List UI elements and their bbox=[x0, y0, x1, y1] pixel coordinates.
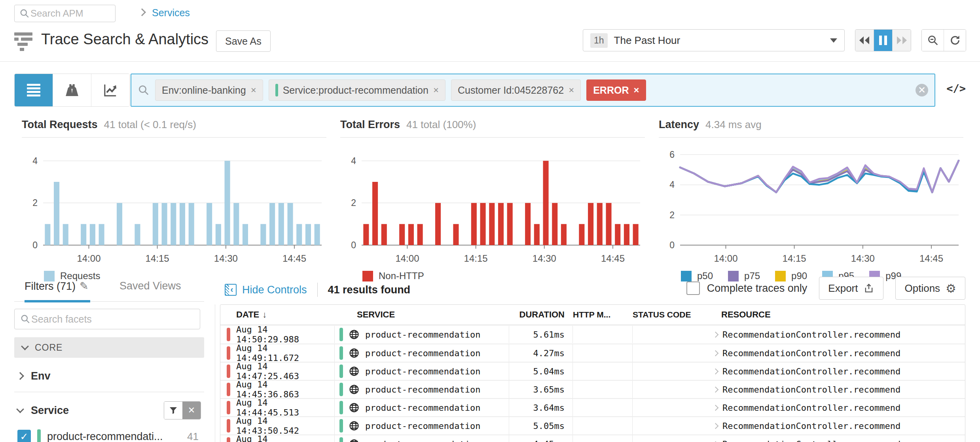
bar-14:27[interactable] bbox=[207, 203, 212, 245]
bar-13:55[interactable] bbox=[381, 224, 387, 245]
table-row[interactable]: Aug 14 14:49:11.672product-recommendatio… bbox=[220, 344, 965, 362]
bar-14:15[interactable] bbox=[471, 203, 477, 245]
column-resource[interactable]: RESOURCE bbox=[708, 310, 965, 320]
bar-14:17[interactable] bbox=[480, 203, 486, 245]
zoom-out-button[interactable] bbox=[922, 30, 944, 51]
export-button[interactable]: Export bbox=[819, 277, 883, 300]
bar-14:03[interactable] bbox=[99, 224, 104, 245]
bar-14:51[interactable] bbox=[633, 224, 639, 245]
list-view-button[interactable] bbox=[15, 74, 53, 106]
bar-14:47[interactable] bbox=[615, 224, 620, 245]
table-row[interactable]: Aug 14 14:50:29.988product-recommendatio… bbox=[220, 325, 965, 344]
tab-filters[interactable]: Filters (71)✎ bbox=[25, 280, 89, 293]
options-button[interactable]: Options ⚙ bbox=[895, 277, 965, 300]
query-filter-pill[interactable]: Service:product-recommendation× bbox=[269, 79, 445, 101]
bar-14:21[interactable] bbox=[498, 203, 504, 245]
clear-facet-button[interactable]: ✕ bbox=[182, 402, 201, 419]
remove-filter-icon[interactable]: × bbox=[433, 85, 439, 96]
query-filter-pill[interactable]: Env:online-banking× bbox=[155, 79, 263, 101]
bar-13:53[interactable] bbox=[54, 182, 59, 245]
bar-14:07[interactable] bbox=[117, 203, 122, 245]
facet-service[interactable]: Service ✕ bbox=[14, 398, 204, 423]
table-row[interactable]: Aug 14 14:44:45.513product-recommendatio… bbox=[220, 398, 965, 416]
bar-13:59[interactable] bbox=[81, 224, 86, 245]
bar-14:31[interactable] bbox=[543, 161, 549, 245]
bar-14:01[interactable] bbox=[408, 224, 414, 245]
bar-14:45[interactable] bbox=[606, 203, 611, 245]
bar-13:51[interactable] bbox=[45, 224, 50, 245]
line-p99[interactable] bbox=[680, 161, 959, 192]
bar-14:31[interactable] bbox=[225, 161, 230, 245]
bar-14:23[interactable] bbox=[507, 203, 513, 245]
query-filter-pill[interactable]: ERROR× bbox=[586, 79, 646, 101]
tab-saved-views[interactable]: Saved Views bbox=[119, 280, 181, 292]
bar-14:35[interactable] bbox=[243, 224, 248, 245]
edit-filters-icon[interactable]: ✎ bbox=[80, 280, 89, 292]
fast-forward-button[interactable] bbox=[892, 30, 911, 51]
bar-14:41[interactable] bbox=[588, 203, 593, 245]
bar-14:43[interactable] bbox=[279, 203, 284, 245]
facet-env[interactable]: Env bbox=[14, 363, 204, 389]
apm-search-input[interactable] bbox=[30, 8, 102, 19]
latency-chart[interactable]: 024614:0014:1514:3014:45 bbox=[659, 138, 963, 268]
bar-14:17[interactable] bbox=[162, 203, 167, 245]
bar-14:01[interactable] bbox=[90, 224, 95, 245]
table-row[interactable]: Aug 14 14:43:50.542product-recommendatio… bbox=[220, 416, 965, 434]
column-service[interactable]: SERVICE bbox=[335, 310, 509, 320]
facet-value-product-recommendation[interactable]: ✓ product-recommendati... 41 bbox=[14, 425, 204, 442]
column-date[interactable]: DATE↓ bbox=[236, 310, 334, 320]
facet-search-box[interactable] bbox=[14, 309, 200, 329]
breadcrumb-services-link[interactable]: Services bbox=[152, 7, 190, 19]
remove-filter-icon[interactable]: × bbox=[633, 85, 639, 96]
inspect-view-button[interactable] bbox=[53, 74, 91, 106]
bar-14:39[interactable] bbox=[260, 224, 266, 245]
bar-14:49[interactable] bbox=[305, 224, 311, 245]
bar-14:33[interactable] bbox=[233, 203, 239, 245]
bar-14:07[interactable] bbox=[435, 203, 441, 245]
bar-13:53[interactable] bbox=[372, 182, 378, 245]
query-bar[interactable]: Env:online-banking×Service:product-recom… bbox=[131, 74, 935, 107]
bar-14:35[interactable] bbox=[561, 224, 567, 245]
bar-14:29[interactable] bbox=[534, 224, 540, 245]
clear-query-button[interactable]: ✕ bbox=[916, 84, 928, 96]
remove-filter-icon[interactable]: × bbox=[251, 85, 256, 96]
checked-checkbox[interactable]: ✓ bbox=[17, 430, 31, 442]
bar-14:15[interactable] bbox=[153, 203, 158, 245]
bar-14:45[interactable] bbox=[287, 203, 293, 245]
apm-search-box[interactable] bbox=[14, 5, 116, 22]
column-status-code[interactable]: STATUS CODE bbox=[633, 310, 708, 319]
bar-14:23[interactable] bbox=[189, 203, 194, 245]
query-filter-pill[interactable]: Customer Id:045228762× bbox=[451, 79, 581, 101]
rewind-button[interactable] bbox=[855, 30, 874, 51]
bar-14:03[interactable] bbox=[417, 224, 423, 245]
remove-filter-icon[interactable]: × bbox=[569, 85, 574, 96]
bar-14:33[interactable] bbox=[552, 203, 557, 245]
bar-13:55[interactable] bbox=[63, 224, 68, 245]
bar-14:19[interactable] bbox=[489, 203, 495, 245]
column-http-method[interactable]: HTTP M... bbox=[573, 310, 632, 319]
pause-button[interactable] bbox=[874, 30, 892, 51]
total-errors-chart[interactable]: 02414:0014:1514:3014:45 bbox=[340, 138, 645, 268]
bar-14:51[interactable] bbox=[315, 224, 320, 245]
facet-group-core[interactable]: CORE bbox=[14, 337, 204, 358]
bar-14:41[interactable] bbox=[269, 203, 275, 245]
bar-14:47[interactable] bbox=[296, 224, 302, 245]
refresh-button[interactable] bbox=[944, 30, 966, 51]
bar-13:51[interactable] bbox=[363, 224, 369, 245]
query-code-toggle[interactable]: </> bbox=[946, 82, 966, 94]
table-row[interactable]: Aug 14 14:47:25.463product-recommendatio… bbox=[220, 362, 965, 380]
time-range-picker[interactable]: 1h The Past Hour bbox=[583, 29, 845, 51]
bar-14:11[interactable] bbox=[135, 224, 140, 245]
facet-search-input[interactable] bbox=[30, 313, 182, 325]
column-duration[interactable]: DURATION bbox=[509, 310, 572, 320]
bar-14:43[interactable] bbox=[597, 203, 603, 245]
hide-controls-button[interactable]: ‹ Hide Controls bbox=[225, 284, 307, 296]
filter-facet-button[interactable] bbox=[164, 402, 182, 419]
bar-14:39[interactable] bbox=[579, 224, 584, 245]
save-as-button[interactable]: Save As bbox=[216, 30, 271, 52]
table-row[interactable]: Aug 14 14:42:50.528product-recommendatio… bbox=[220, 434, 965, 442]
bar-14:49[interactable] bbox=[624, 224, 629, 245]
bar-14:11[interactable] bbox=[453, 224, 459, 245]
total-requests-chart[interactable]: 02414:0014:1514:3014:45 bbox=[22, 138, 326, 268]
bar-14:21[interactable] bbox=[180, 203, 185, 245]
